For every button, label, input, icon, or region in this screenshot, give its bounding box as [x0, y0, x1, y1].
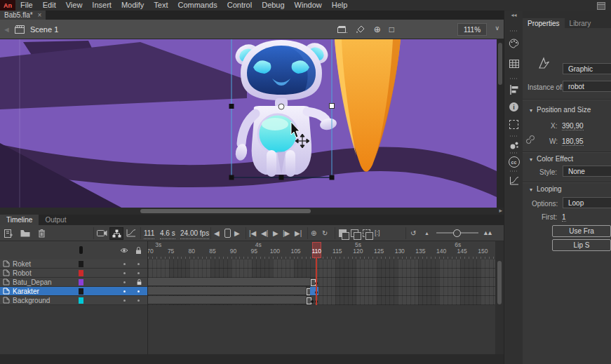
layer-row-background[interactable]: Background	[0, 296, 147, 305]
document-tab[interactable]: Bab5.fla* ×	[0, 11, 46, 20]
section-looping[interactable]: Looping	[530, 185, 562, 193]
layer-parenting-button[interactable]	[109, 227, 123, 240]
step-back-button[interactable]: ◀|	[261, 227, 268, 238]
loop-options-dropdown[interactable]: Loop	[563, 197, 611, 208]
camera-button[interactable]	[97, 227, 107, 238]
slider-thumb[interactable]	[453, 229, 461, 237]
onion-skin-button[interactable]	[339, 227, 347, 238]
workspace-icon[interactable]	[597, 2, 605, 10]
new-folder-button[interactable]	[20, 227, 30, 238]
section-color-effect[interactable]: Color Effect	[530, 155, 573, 163]
edit-scene-icon[interactable]	[337, 25, 347, 34]
loop-playback-button[interactable]: ↻	[322, 227, 328, 238]
layer-row-robot[interactable]: Robot	[0, 269, 147, 278]
new-layer-button[interactable]	[4, 227, 13, 238]
x-value[interactable]: 390,90	[562, 122, 584, 130]
instance-name-field[interactable]: robot	[563, 81, 611, 92]
stage-canvas[interactable]	[0, 39, 497, 208]
layer-visibility-dot[interactable]	[123, 281, 126, 283]
cc-libraries-icon[interactable]: cc	[504, 156, 523, 168]
scrollbar-thumb[interactable]	[140, 209, 311, 213]
stage-horizontal-scrollbar[interactable]: ▸	[0, 208, 504, 215]
timeline-zoom-in-icon[interactable]: ▲▲	[483, 227, 491, 238]
timeline-horizontal-scrollbar[interactable]	[0, 354, 504, 364]
app-logo[interactable]: An	[0, 0, 15, 11]
color-panel-icon[interactable]	[504, 39, 523, 48]
motion-presets-icon[interactable]	[504, 176, 523, 185]
layer-visibility-dot[interactable]	[123, 290, 126, 292]
layer-outline-color[interactable]	[79, 297, 83, 304]
layer-lock-dot[interactable]	[137, 272, 140, 274]
tab-properties[interactable]: Properties	[523, 18, 565, 28]
collapse-panels-icon[interactable]: ◂◂	[504, 12, 523, 18]
menu-item-text[interactable]: Text	[149, 0, 173, 11]
tab-timeline[interactable]: Timeline	[0, 215, 39, 225]
layer-visibility-dot[interactable]	[123, 263, 126, 265]
scene-name[interactable]: Scene 1	[30, 25, 58, 34]
motion-editor-button[interactable]	[126, 227, 136, 238]
layer-row-batu_depan[interactable]: Batu_Depan	[0, 278, 147, 287]
layer-row-karakter[interactable]: Karakter	[0, 287, 147, 296]
layer-visibility-dot[interactable]	[123, 299, 126, 302]
reset-timeline-zoom-button[interactable]: ↺	[410, 227, 416, 238]
frame-rate-indicator[interactable]: 24.00 fps	[180, 227, 209, 239]
frame-span[interactable]	[148, 296, 306, 304]
play-button[interactable]: ▶	[273, 227, 278, 238]
layer-visibility-dot[interactable]	[123, 272, 126, 274]
w-value[interactable]: 180,95	[562, 137, 584, 146]
menu-item-view[interactable]: View	[61, 0, 88, 11]
menu-item-control[interactable]: Control	[222, 0, 257, 11]
back-icon[interactable]: ◄	[3, 25, 11, 34]
menu-item-file[interactable]: File	[15, 0, 38, 11]
modify-markers-button[interactable]: [:]	[375, 227, 380, 238]
timeline-vertical-scrollbar[interactable]	[495, 241, 504, 354]
menu-item-modify[interactable]: Modify	[116, 0, 149, 11]
info-panel-icon[interactable]: i	[504, 102, 523, 112]
lip-syncing-button[interactable]: Lip S	[552, 239, 611, 251]
edit-symbols-icon[interactable]	[356, 25, 365, 34]
close-icon[interactable]: ×	[38, 11, 42, 19]
layer-outline-color[interactable]	[79, 279, 83, 285]
menu-item-commands[interactable]: Commands	[173, 0, 222, 11]
scroll-right-icon[interactable]: ▸	[499, 207, 502, 214]
frame-area[interactable]: 3s4s5s6s70758085909510010511011512012513…	[148, 241, 495, 354]
elapsed-time-indicator[interactable]: 4.6 s	[160, 227, 175, 239]
eye-icon[interactable]	[120, 247, 128, 254]
zoom-level-select[interactable]: 111%	[457, 23, 487, 36]
layer-outline-color[interactable]	[79, 270, 83, 276]
first-frame-value[interactable]: 1	[562, 213, 566, 222]
stage-vertical-scrollbar[interactable]	[497, 39, 504, 208]
layer-locked-icon[interactable]	[136, 278, 142, 285]
layer-outline-color[interactable]	[79, 261, 83, 267]
onion-skin-outlines-button[interactable]	[351, 227, 358, 238]
menu-item-insert[interactable]: Insert	[87, 0, 116, 11]
go-to-first-frame-button[interactable]: |◀	[249, 227, 256, 238]
brush-library-icon[interactable]	[504, 141, 523, 150]
step-back-one-icon[interactable]: ◀	[214, 227, 220, 238]
step-fwd-one-icon[interactable]: ▶	[234, 227, 240, 238]
frame-span[interactable]	[148, 278, 310, 286]
timeline-zoom-slider[interactable]	[436, 232, 478, 234]
transform-panel-icon[interactable]	[504, 120, 523, 129]
layer-lock-dot[interactable]	[137, 290, 140, 292]
frame-span[interactable]	[148, 287, 306, 295]
menu-item-debug[interactable]: Debug	[257, 0, 289, 11]
link-width-height-icon[interactable]	[525, 135, 535, 144]
keyframe-dot[interactable]	[311, 300, 314, 303]
lock-icon[interactable]	[135, 246, 142, 255]
layer-outline-color[interactable]	[79, 288, 83, 295]
current-frame-indicator[interactable]: 111	[144, 227, 154, 239]
layer-row-roket[interactable]: Roket	[0, 259, 147, 269]
tab-library[interactable]: Library	[565, 18, 596, 28]
delete-layer-button[interactable]	[38, 227, 46, 238]
go-to-last-frame-button[interactable]: ▶|	[295, 227, 302, 238]
swatches-panel-icon[interactable]	[504, 60, 523, 68]
center-stage-icon[interactable]: ⊕	[374, 25, 381, 34]
menu-item-edit[interactable]: Edit	[38, 0, 61, 11]
timeline-ruler[interactable]: 3s4s5s6s70758085909510010511011512012513…	[148, 241, 495, 259]
menu-item-window[interactable]: Window	[290, 0, 327, 11]
tab-output[interactable]: Output	[39, 215, 72, 225]
layer-lock-dot[interactable]	[137, 263, 140, 265]
clip-content-icon[interactable]: □	[389, 25, 394, 34]
center-frame-button[interactable]: ⊕	[311, 227, 316, 238]
